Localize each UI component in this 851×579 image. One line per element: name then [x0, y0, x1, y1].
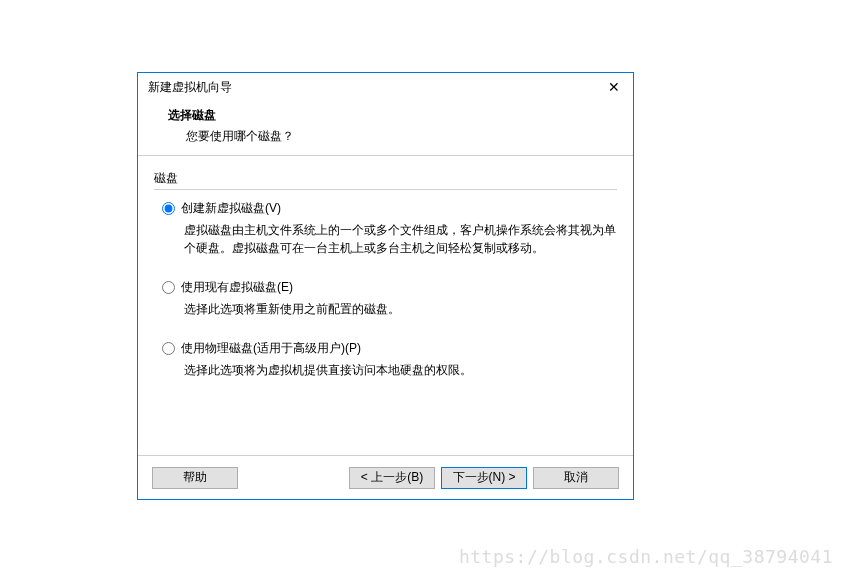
help-button[interactable]: 帮助 [152, 467, 238, 489]
radio-use-existing-disk[interactable] [162, 281, 175, 294]
option-use-existing-disk: 使用现有虚拟磁盘(E) 选择此选项将重新使用之前配置的磁盘。 [154, 279, 617, 318]
cancel-button[interactable]: 取消 [533, 467, 619, 489]
option-desc: 选择此选项将为虚拟机提供直接访问本地硬盘的权限。 [184, 361, 617, 379]
page-title: 选择磁盘 [168, 107, 613, 124]
option-use-physical-disk-line[interactable]: 使用物理磁盘(适用于高级用户)(P) [162, 340, 617, 357]
option-label: 使用物理磁盘(适用于高级用户)(P) [181, 340, 361, 357]
titlebar: 新建虚拟机向导 ✕ [138, 73, 633, 101]
watermark-text: https://blog.csdn.net/qq_38794041 [459, 546, 833, 567]
wizard-header: 选择磁盘 您要使用哪个磁盘？ [138, 101, 633, 156]
page-subtitle: 您要使用哪个磁盘？ [186, 128, 613, 145]
option-label: 使用现有虚拟磁盘(E) [181, 279, 293, 296]
option-create-new-disk-line[interactable]: 创建新虚拟磁盘(V) [162, 200, 617, 217]
group-divider [154, 189, 617, 190]
option-use-existing-disk-line[interactable]: 使用现有虚拟磁盘(E) [162, 279, 617, 296]
option-desc: 虚拟磁盘由主机文件系统上的一个或多个文件组成，客户机操作系统会将其视为单个硬盘。… [184, 221, 617, 257]
group-label-disk: 磁盘 [154, 170, 617, 187]
option-use-physical-disk: 使用物理磁盘(适用于高级用户)(P) 选择此选项将为虚拟机提供直接访问本地硬盘的… [154, 340, 617, 379]
new-vm-wizard-dialog: 新建虚拟机向导 ✕ 选择磁盘 您要使用哪个磁盘？ 磁盘 创建新虚拟磁盘(V) 虚… [137, 72, 634, 500]
dialog-title: 新建虚拟机向导 [148, 79, 232, 96]
radio-use-physical-disk[interactable] [162, 342, 175, 355]
back-button[interactable]: < 上一步(B) [349, 467, 435, 489]
option-create-new-disk: 创建新虚拟磁盘(V) 虚拟磁盘由主机文件系统上的一个或多个文件组成，客户机操作系… [154, 200, 617, 257]
wizard-footer: 帮助 < 上一步(B) 下一步(N) > 取消 [138, 455, 633, 499]
close-icon[interactable]: ✕ [601, 76, 627, 98]
next-button[interactable]: 下一步(N) > [441, 467, 527, 489]
option-label: 创建新虚拟磁盘(V) [181, 200, 281, 217]
option-desc: 选择此选项将重新使用之前配置的磁盘。 [184, 300, 617, 318]
wizard-content: 磁盘 创建新虚拟磁盘(V) 虚拟磁盘由主机文件系统上的一个或多个文件组成，客户机… [138, 156, 633, 455]
radio-create-new-disk[interactable] [162, 202, 175, 215]
